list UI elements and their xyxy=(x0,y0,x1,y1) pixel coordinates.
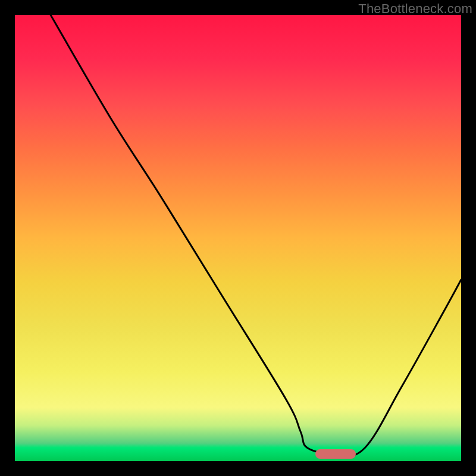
optimal-range-marker xyxy=(315,449,356,459)
watermark-text: TheBottleneck.com xyxy=(358,1,472,17)
chart-area xyxy=(15,15,461,461)
heat-gradient-background xyxy=(15,15,461,461)
